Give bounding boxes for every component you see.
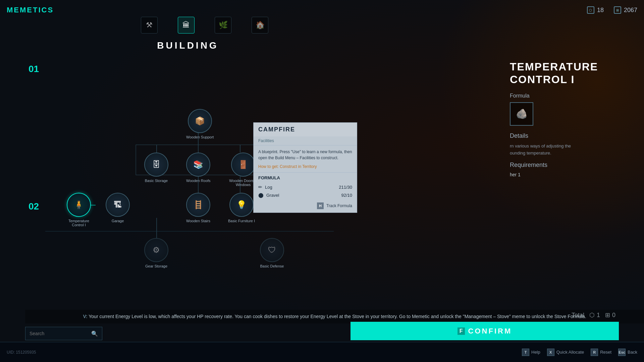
- nav-help[interactable]: T Help: [522, 349, 540, 356]
- tab-building[interactable]: 🏛: [178, 17, 195, 34]
- gear-storage-label: Gear Storage: [145, 264, 167, 268]
- bottom-nav: UID: 151205935 T Help X Quick Allocate R…: [0, 342, 644, 362]
- tooltip-how-to: How to get: Construct in Territory: [254, 164, 357, 172]
- resource-log-left: ✏ Log: [258, 184, 272, 190]
- right-panel: TEMPERATURECONTROL I Formula 🪨 Details r…: [503, 54, 644, 322]
- wooden-stairs-label: Wooden Stairs: [186, 219, 210, 223]
- memetic-value: 18: [597, 7, 604, 14]
- wooden-doors-circle: 🚪: [231, 153, 255, 177]
- tooltip-category: Facilities: [254, 136, 357, 145]
- uid-text: UID: 151205935: [7, 350, 36, 355]
- logo-text: MEMETICS: [7, 6, 54, 14]
- nav-reset[interactable]: R Reset: [591, 349, 611, 356]
- quick-allocate-key: X: [547, 349, 554, 356]
- stat-memetic-points: ⬡ 18: [587, 6, 604, 14]
- top-header: MEMETICS ⬡ 18 ⊞ 2067: [0, 0, 644, 20]
- back-label: Back: [628, 350, 637, 355]
- category-tabs: ⚒ 🏛 🌿 🏠: [101, 17, 309, 34]
- bottom-message: V: Your current Energy Level is low, whi…: [25, 310, 644, 323]
- node-basic-furniture[interactable]: 💡 Basic Furniture I: [228, 193, 255, 223]
- basic-storage-label: Basic Storage: [145, 179, 168, 183]
- campfire-tooltip: CAMPFIRE Facilities A blueprint. Press "…: [253, 122, 357, 213]
- wooden-support-circle: 📦: [188, 109, 212, 133]
- node-basic-defense[interactable]: 🛡 Basic Defense: [260, 238, 284, 268]
- basic-furniture-circle: 💡: [229, 193, 254, 217]
- confirm-button[interactable]: F CONFIRM: [351, 322, 619, 340]
- basic-defense-circle: 🛡: [260, 238, 284, 262]
- tab-tools[interactable]: ⚒: [141, 17, 158, 34]
- wooden-stairs-circle: 🪜: [186, 193, 210, 217]
- header-stats: ⬡ 18 ⊞ 2067: [587, 6, 637, 14]
- tab-housing[interactable]: 🏠: [252, 17, 268, 34]
- log-icon: ✏: [258, 184, 262, 190]
- search-input[interactable]: [30, 331, 89, 336]
- wooden-support-label: Wooden Support: [186, 135, 214, 139]
- basic-storage-circle: 🗄: [144, 153, 168, 177]
- log-value: 211/30: [339, 185, 352, 190]
- memetic-icon: ⬡: [587, 6, 594, 14]
- detail-title-text: TEMPERATURECONTROL I: [510, 61, 598, 85]
- wooden-roofs-circle: 📚: [186, 153, 210, 177]
- node-basic-storage[interactable]: 🗄 Basic Storage: [144, 153, 168, 183]
- detail-formula-label: Formula: [510, 93, 637, 99]
- nature-icon: 🌿: [215, 17, 231, 34]
- temperature-control-label: Temperature Control I: [64, 219, 94, 227]
- requirement-item: her 1: [510, 172, 637, 177]
- node-wooden-stairs[interactable]: 🪜 Wooden Stairs: [186, 193, 210, 223]
- quick-allocate-label: Quick Allocate: [556, 350, 584, 355]
- track-label: Track Formula: [326, 203, 352, 208]
- search-icon: 🔍: [91, 330, 98, 337]
- wooden-roofs-label: Wooden Roofs: [186, 179, 211, 183]
- message-prefix: V:: [83, 314, 87, 319]
- basic-defense-label: Basic Defense: [260, 264, 284, 268]
- node-wooden-support[interactable]: 📦 Wooden Support: [186, 109, 214, 139]
- formula-icon: 🪨: [516, 108, 528, 119]
- node-temperature-control[interactable]: 🧍 Temperature Control I: [64, 193, 94, 227]
- nav-quick-allocate[interactable]: X Quick Allocate: [547, 349, 584, 356]
- tab-nature[interactable]: 🌿: [215, 17, 231, 34]
- tooltip-formula-title: FORMULA: [254, 172, 357, 183]
- log-name: Log: [265, 185, 272, 190]
- housing-icon: 🏠: [252, 17, 268, 34]
- tooltip-description: A blueprint. Press "Use" to learn a new …: [254, 145, 357, 164]
- row-label-01: 01: [29, 64, 39, 74]
- requirements-title: Requirements: [510, 162, 637, 169]
- tooltip-resource-log: ✏ Log 211/30: [254, 183, 357, 191]
- nav-back[interactable]: Esc Back: [618, 349, 637, 356]
- currency-value: 2067: [624, 7, 637, 14]
- currency-icon: ⊞: [614, 6, 621, 14]
- garage-circle: 🏗: [106, 193, 130, 217]
- basic-furniture-label: Basic Furniture I: [228, 219, 255, 223]
- message-text: Your current Energy Level is low, which …: [89, 314, 586, 319]
- search-bar: 🔍: [25, 327, 102, 340]
- nav-actions: T Help X Quick Allocate R Reset Esc Back: [522, 349, 637, 356]
- details-section-title: Details: [510, 132, 637, 139]
- detail-title: TEMPERATURECONTROL I: [510, 60, 637, 86]
- node-wooden-roofs[interactable]: 📚 Wooden Roofs: [186, 153, 211, 183]
- temperature-control-circle: 🧍: [67, 193, 91, 217]
- track-key: H: [317, 202, 324, 209]
- confirm-key: F: [458, 327, 465, 335]
- confirm-label: CONFIRM: [468, 327, 512, 336]
- help-key: T: [522, 349, 529, 356]
- garage-label: Garage: [112, 219, 124, 223]
- gravel-icon: ⬤: [258, 192, 264, 198]
- detail-description: rn various ways of adjusting theounding …: [510, 143, 637, 157]
- node-garage[interactable]: 🏗 Garage: [106, 193, 130, 223]
- node-gear-storage[interactable]: ⚙ Gear Storage: [144, 238, 168, 268]
- help-label: Help: [531, 350, 540, 355]
- track-formula-btn[interactable]: H Track Formula: [258, 202, 352, 209]
- gear-storage-circle: ⚙: [144, 238, 168, 262]
- back-key: Esc: [618, 349, 626, 356]
- building-icon: 🏛: [178, 17, 195, 34]
- formula-icon-box: 🪨: [510, 102, 533, 126]
- tooltip-resource-gravel: ⬤ Gravel 92/10: [254, 191, 357, 199]
- tools-icon: ⚒: [141, 17, 158, 34]
- stat-currency: ⊞ 2067: [614, 6, 637, 14]
- row-label-02: 02: [29, 201, 39, 212]
- reset-key: R: [591, 349, 598, 356]
- gravel-name: Gravel: [266, 193, 279, 198]
- reset-label: Reset: [600, 350, 611, 355]
- tooltip-title: CAMPFIRE: [254, 123, 357, 136]
- main-title: BUILDING: [67, 40, 309, 51]
